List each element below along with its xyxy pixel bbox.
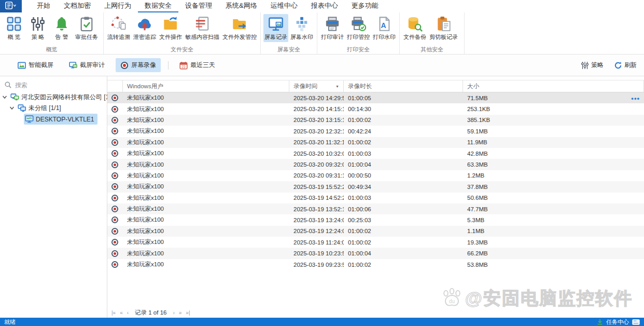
sensitive-scan-icon	[194, 16, 211, 32]
view-tab[interactable]: 截屏审计	[64, 58, 109, 72]
ribbon-button[interactable]: 打印审计	[320, 14, 345, 42]
user-cell: 未知玩家x100	[123, 205, 289, 213]
print-audit-icon	[325, 16, 341, 32]
fast-prev-icon[interactable]: «	[118, 310, 125, 316]
ribbon-button[interactable]: 流转追溯	[106, 14, 131, 42]
duration-cell: 01:00:02	[344, 139, 463, 145]
sidebar: 河北安固云网络科技有限公司 [1/1]未分组 [1/1]DESKTOP-VLKT…	[0, 76, 107, 318]
recording-row[interactable]: 未知玩家x1002025-03-19 11:24:0001:00:0219.3M…	[107, 237, 644, 248]
ribbon-button[interactable]: 屏幕水印	[289, 14, 314, 42]
search-box	[4, 81, 103, 89]
recording-row[interactable]: 未知玩家x1002025-03-19 13:24:0500:25:035.3MB	[107, 214, 644, 225]
menu-item[interactable]: 上网行为	[97, 0, 138, 12]
tree-item[interactable]: 河北安固云网络科技有限公司 [1/1]	[0, 92, 107, 103]
menu-item[interactable]: 更多功能	[345, 0, 385, 12]
task-center-button[interactable]: 任务中心	[606, 318, 629, 326]
menu-item[interactable]: 开始	[30, 0, 57, 12]
column-header[interactable]: 录像时长	[344, 80, 463, 92]
task-center-icon[interactable]	[632, 319, 640, 325]
ribbon-button[interactable]: 文件备份	[402, 14, 427, 42]
tree-item-body[interactable]: 未分组 [1/1]	[17, 103, 64, 114]
record-cell	[107, 150, 123, 157]
screenshot-audit-icon	[69, 61, 77, 70]
ribbon-button[interactable]: 泄密追踪	[132, 14, 157, 42]
ribbon-button[interactable]: A打印水印	[372, 14, 397, 42]
record-cell	[107, 216, 123, 223]
svg-text:du: du	[449, 298, 455, 304]
recording-row[interactable]: 未知玩家x1002025-03-19 10:23:5601:00:0466.2M…	[107, 248, 644, 259]
recording-row[interactable]: 未知玩家x1002025-03-19 09:23:5301:00:0253.8M…	[107, 259, 644, 270]
download-icon	[597, 319, 603, 325]
ribbon-button[interactable]: 告 警	[50, 14, 73, 42]
status-ready-label: 就绪	[4, 318, 16, 326]
menu-item[interactable]: 数据安全	[138, 0, 178, 12]
ribbon-button[interactable]: 文件外发管控	[221, 14, 258, 42]
column-header[interactable]	[107, 80, 123, 92]
ribbon-button[interactable]: 敏感内容扫描	[184, 14, 220, 42]
recording-row[interactable]: 未知玩家x1002025-03-20 09:32:0301:00:0463.3M…	[107, 159, 644, 170]
search-input[interactable]	[15, 82, 103, 89]
sort-desc-icon: ▼	[335, 85, 339, 88]
view-tab[interactable]: 智能截屏	[13, 58, 58, 72]
recording-row[interactable]: 未知玩家x1002025-03-20 11:32:1101:00:0211.9M…	[107, 137, 644, 148]
recording-row[interactable]: 未知玩家x1002025-03-20 13:15:1401:00:02385.1…	[107, 115, 644, 126]
file-ops-icon	[163, 16, 179, 32]
column-header[interactable]: Windows用户	[123, 80, 289, 92]
menu-item[interactable]: 设备管理	[178, 0, 219, 12]
last-page-icon[interactable]: »|	[184, 310, 192, 316]
recording-row[interactable]: 未知玩家x1002025-03-20 10:32:0701:00:0342.8M…	[107, 148, 644, 159]
view-tab[interactable]: 屏幕录像	[116, 58, 161, 72]
menu-item[interactable]: 运维中心	[264, 0, 304, 12]
recording-row[interactable]: 未知玩家x1002025-03-19 14:52:2401:00:0350.6M…	[107, 193, 644, 203]
recording-row[interactable]: 未知玩家x1002025-03-19 13:52:1701:00:0647.7M…	[107, 203, 644, 214]
ribbon-button-label: 审批任务	[75, 33, 98, 41]
menu-item[interactable]: 文档加密	[57, 0, 97, 12]
user-cell: 未知玩家x100	[123, 183, 289, 191]
ribbon-button[interactable]: 打印管控	[346, 14, 371, 42]
refresh-icon	[614, 61, 622, 70]
duration-cell: 00:49:34	[344, 184, 463, 190]
app-menu-button[interactable]	[0, 0, 22, 12]
recording-row[interactable]: 未知玩家x1002025-03-20 14:29:5901:00:0571.5M…	[107, 92, 644, 103]
column-header[interactable]: 大小	[463, 80, 644, 92]
tree-item-body[interactable]: DESKTOP-VLKTLE1	[24, 114, 97, 125]
duration-cell: 01:00:02	[344, 239, 463, 246]
fast-next-icon[interactable]: »	[177, 310, 184, 316]
ribbon-button[interactable]: 策 略	[26, 14, 49, 42]
ribbon-button-label: 流转追溯	[107, 33, 130, 41]
recording-row[interactable]: 未知玩家x1002025-03-20 12:32:1300:42:2459.1M…	[107, 126, 644, 137]
next-page-icon[interactable]: ›	[171, 310, 176, 316]
toolbar-actions: 策略刷新	[570, 61, 637, 70]
tree-item[interactable]: DESKTOP-VLKTLE1	[0, 114, 107, 125]
ribbon-group: 文件备份剪切板记录其他安全	[400, 12, 465, 54]
recording-row[interactable]: 未知玩家x1002025-03-19 15:52:2700:49:3437.8M…	[107, 181, 644, 192]
ribbon-button[interactable]: 屏幕记录	[263, 14, 288, 42]
menu-item[interactable]: 系统&网络	[219, 0, 264, 12]
first-page-icon[interactable]: |«	[109, 310, 118, 316]
column-header[interactable]: 录像时间▼	[289, 80, 344, 92]
menu-item[interactable]: 报表中心	[304, 0, 345, 12]
recording-row[interactable]: 未知玩家x1002025-03-20 09:31:1200:00:501.2MB	[107, 170, 644, 181]
ribbon-button[interactable]: 审批任务	[74, 14, 99, 42]
duration-cell: 00:42:24	[344, 128, 463, 134]
tree-item[interactable]: 未分组 [1/1]	[0, 103, 107, 114]
view-tab[interactable]: 23最近三天	[175, 58, 220, 72]
prev-page-icon[interactable]: ‹	[125, 310, 131, 316]
menubar: 开始文档加密上网行为数据安全设备管理系统&网络运维中心报表中心更多功能	[0, 0, 644, 12]
ribbon-button[interactable]: 剪切板记录	[428, 14, 459, 42]
recording-row[interactable]: 未知玩家x1002025-03-20 14:15:1600:14:30253.1…	[107, 103, 644, 114]
toolbar-action[interactable]: 策略	[581, 61, 604, 70]
toolbar-action[interactable]: 刷新	[614, 61, 637, 70]
tree-item-body[interactable]: 河北安固云网络科技有限公司 [1/1]	[9, 92, 119, 103]
ribbon-button[interactable]: 文件操作	[158, 14, 183, 42]
chevron-down-icon[interactable]	[2, 94, 8, 101]
size-cell: 1.2MB	[463, 172, 644, 179]
ribbon-button-label: 文件备份	[403, 33, 426, 41]
screen-recording-icon	[120, 61, 129, 70]
chevron-down-icon[interactable]	[9, 105, 16, 112]
recordings-panel: Windows用户录像时间▼录像时长大小 未知玩家x1002025-03-20 …	[107, 76, 644, 318]
row-actions-button[interactable]: •••	[631, 94, 640, 102]
column-header-label: 大小	[467, 83, 479, 90]
recording-row[interactable]: 未知玩家x1002025-03-19 12:24:0301:00:021.1MB	[107, 226, 644, 237]
ribbon-button[interactable]: 概 览	[3, 14, 25, 42]
